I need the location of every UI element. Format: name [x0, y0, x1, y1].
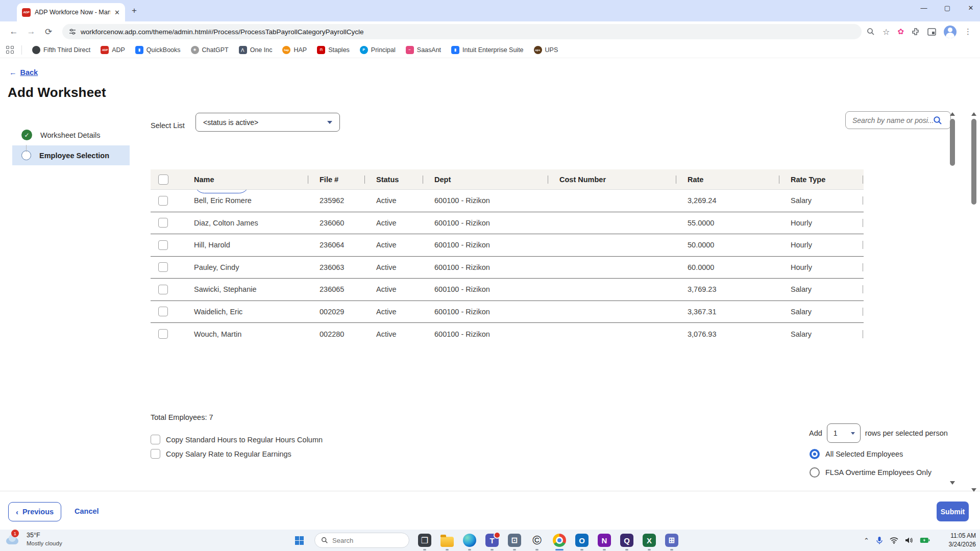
browser-scrollbar[interactable]	[970, 111, 978, 493]
apps-grid-icon[interactable]	[6, 46, 14, 54]
scroll-up-icon[interactable]	[950, 112, 955, 116]
teams-icon[interactable]: T	[482, 530, 502, 550]
select-list-dropdown[interactable]: <status is active>	[195, 113, 340, 132]
new-tab-button[interactable]: +	[132, 6, 137, 16]
row-checkbox[interactable]	[158, 329, 168, 339]
search-icon[interactable]	[933, 116, 942, 125]
row-checkbox[interactable]	[158, 307, 168, 316]
back-nav-icon[interactable]: ←	[5, 27, 22, 37]
taskbar-search-input[interactable]	[332, 537, 394, 544]
outlook-icon[interactable]: O	[572, 530, 592, 550]
row-checkbox[interactable]	[158, 240, 168, 250]
bookmark-item[interactable]: ⊓ Staples	[313, 44, 354, 56]
bookmark-item[interactable]: ups UPS	[530, 44, 562, 56]
zoom-icon[interactable]	[867, 28, 875, 36]
weather-widget[interactable]: 1 35°F Mostly cloudy	[5, 531, 62, 548]
speaker-icon[interactable]	[905, 537, 913, 544]
chrome-icon[interactable]	[549, 530, 570, 550]
previous-button[interactable]: ‹ Previous	[8, 502, 61, 521]
bookmark-item[interactable]: Fifth Third Direct	[28, 44, 94, 56]
table-row[interactable]: Diaz, Colton James 236060 Active 600100 …	[151, 212, 864, 235]
calculator-icon[interactable]: ⊞	[662, 530, 682, 550]
task-view-icon[interactable]: ❐	[414, 530, 435, 550]
scrollbar-thumb[interactable]	[971, 119, 976, 205]
column-header-file[interactable]: File #	[308, 176, 364, 184]
table-row[interactable]: Wouch, Martin 002280 Active 600100 - Riz…	[151, 323, 864, 345]
column-header-name[interactable]: Name	[182, 176, 308, 184]
submit-button[interactable]: Submit	[937, 502, 969, 521]
excel-icon[interactable]: X	[639, 530, 659, 550]
battery-charging-icon[interactable]	[920, 537, 930, 544]
site-settings-icon[interactable]	[69, 28, 76, 35]
window-minimize-icon[interactable]: —	[919, 4, 929, 12]
pc-app-icon[interactable]: ⊡	[504, 530, 525, 550]
option-checkbox[interactable]	[151, 435, 160, 444]
forward-nav-icon[interactable]: →	[22, 27, 40, 37]
browser-window-icon[interactable]	[927, 28, 936, 36]
row-checkbox[interactable]	[158, 262, 168, 272]
bookmark-item[interactable]: ~ SaasAnt	[402, 44, 445, 56]
edge-icon[interactable]	[459, 530, 480, 550]
reload-icon[interactable]: ⟳	[40, 27, 57, 37]
extension-pink-icon[interactable]: ✿	[897, 27, 904, 36]
bookmark-item[interactable]: hap HAP	[278, 44, 311, 56]
column-header-dept[interactable]: Dept	[423, 176, 548, 184]
wifi-icon[interactable]	[890, 537, 898, 544]
scroll-up-icon[interactable]	[971, 112, 976, 116]
table-row[interactable]: Hill, Harold 236064 Active 600100 - Rizi…	[151, 234, 864, 257]
row-checkbox[interactable]	[158, 196, 168, 206]
row-checkbox[interactable]	[158, 218, 168, 228]
browser-menu-icon[interactable]: ⋮	[964, 27, 972, 36]
window-close-icon[interactable]: ✕	[966, 4, 976, 12]
scope-radio-option[interactable]: All Selected Employees	[810, 449, 932, 459]
bookmark-item[interactable]: ✳ ChatGPT	[187, 44, 233, 56]
select-all-checkbox[interactable]	[158, 174, 168, 185]
window-maximize-icon[interactable]: ▢	[942, 4, 952, 12]
microphone-icon[interactable]	[876, 536, 883, 544]
tray-overflow-icon[interactable]: ⌃	[864, 537, 869, 544]
extensions-puzzle-icon[interactable]	[912, 28, 920, 36]
back-link[interactable]: ← Back	[9, 68, 38, 77]
bookmark-item[interactable]: ▮ QuickBooks	[131, 44, 185, 56]
tab-close-icon[interactable]: ✕	[114, 9, 120, 16]
option-checkbox[interactable]	[151, 449, 160, 459]
taskbar-search[interactable]	[314, 533, 409, 548]
copy-option[interactable]: Copy Standard Hours to Regular Hours Col…	[151, 435, 323, 444]
content-scrollbar[interactable]	[948, 111, 957, 486]
table-row[interactable]: Waidelich, Eric 002029 Active 600100 - R…	[151, 301, 864, 323]
cancel-link[interactable]: Cancel	[75, 507, 99, 515]
bookmark-star-icon[interactable]: ☆	[883, 27, 890, 37]
windows-start-icon[interactable]	[289, 530, 309, 550]
bookmark-item[interactable]: P Principal	[356, 44, 400, 56]
scroll-down-icon[interactable]	[950, 481, 955, 485]
q-app-icon[interactable]: Q	[617, 530, 637, 550]
column-header-rate-type[interactable]: Rate Type	[779, 176, 851, 184]
url-bar[interactable]: workforcenow.adp.com/theme/admin.html#/P…	[62, 24, 862, 39]
radio-icon[interactable]	[810, 467, 820, 478]
table-row[interactable]: Sawicki, Stephanie 236065 Active 600100 …	[151, 279, 864, 301]
scroll-down-icon[interactable]	[971, 488, 976, 492]
scope-radio-option[interactable]: FLSA Overtime Employees Only	[810, 467, 932, 478]
copy-option[interactable]: Copy Salary Rate to Regular Earnings	[151, 449, 323, 459]
file-explorer-icon[interactable]	[437, 530, 457, 550]
radio-icon[interactable]	[810, 449, 820, 459]
step-worksheet-details[interactable]: ✓ Worksheet Details	[12, 124, 130, 145]
search-input[interactable]	[852, 116, 933, 124]
column-header-rate[interactable]: Rate	[676, 176, 779, 184]
step-employee-selection[interactable]: Employee Selection	[12, 145, 130, 165]
scrollbar-thumb[interactable]	[950, 119, 955, 166]
row-checkbox[interactable]	[158, 285, 168, 294]
onenote-icon[interactable]: N	[594, 530, 615, 550]
c-circle-app-icon[interactable]: ©	[527, 530, 547, 550]
bookmark-item[interactable]: ⋀ One Inc	[235, 44, 277, 56]
clock[interactable]: 11:05 AM 3/24/2026	[949, 532, 976, 549]
bookmark-item[interactable]: ▮ Intuit Enterprise Suite	[447, 44, 528, 56]
table-row[interactable]: Bell, Eric Romere 235962 Active 600100 -…	[151, 190, 864, 212]
rows-count-dropdown[interactable]: 1	[827, 423, 861, 443]
column-header-cost-number[interactable]: Cost Number	[548, 176, 676, 184]
table-row[interactable]: Pauley, Cindy 236063 Active 600100 - Riz…	[151, 257, 864, 279]
bookmark-item[interactable]: ADP ADP	[96, 44, 129, 56]
browser-tab[interactable]: ADP ADP Workforce Now - Manage ✕	[17, 3, 125, 21]
column-header-status[interactable]: Status	[364, 176, 423, 184]
profile-avatar[interactable]	[944, 26, 957, 38]
